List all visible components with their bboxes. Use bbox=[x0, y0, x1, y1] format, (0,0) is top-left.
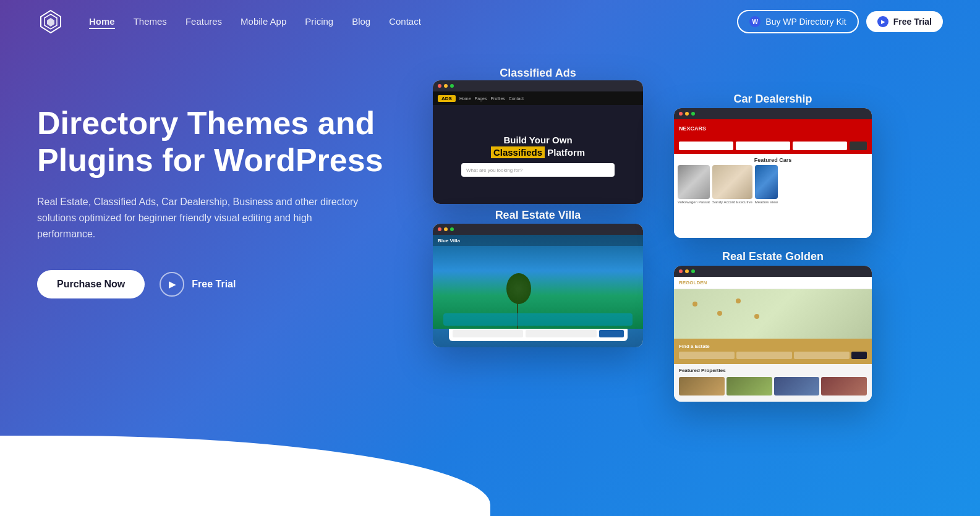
nav-item-features[interactable]: Features bbox=[185, 16, 222, 27]
car-search-input[interactable] bbox=[679, 142, 733, 150]
car-search-input-2[interactable] bbox=[736, 142, 790, 150]
nav-link-blog[interactable]: Blog bbox=[352, 16, 370, 27]
dot-green-c bbox=[691, 112, 695, 116]
wordpress-icon: W bbox=[749, 16, 761, 27]
golden-bg: REGOLDEN Find a Estate bbox=[674, 277, 872, 402]
nav-link-mobile[interactable]: Mobile App bbox=[241, 16, 286, 27]
classified-browser: ADS Home Pages Profiles Contact Build Yo… bbox=[433, 80, 643, 204]
free-trial-nav-label: Free Trial bbox=[893, 17, 932, 27]
golden-featured-title: Featured Properties bbox=[674, 364, 872, 377]
free-trial-hero-button[interactable]: ▶ Free Trial bbox=[160, 272, 236, 297]
purchase-button[interactable]: Purchase Now bbox=[37, 270, 145, 298]
nav-item-home[interactable]: Home bbox=[89, 16, 115, 27]
car-label-3: Meadow View bbox=[755, 199, 778, 205]
car-nav: NEXCARS bbox=[674, 119, 872, 138]
car-image-1: Volkswagen Passat bbox=[678, 165, 710, 205]
golden-search-title: Find a Estate bbox=[679, 344, 867, 349]
logo[interactable] bbox=[37, 8, 64, 35]
golden-input-1[interactable] bbox=[679, 352, 735, 359]
hero-section: Home Themes Features Mobile App Pricing … bbox=[0, 0, 980, 516]
car-browser: NEXCARS Featured Cars bbox=[674, 108, 872, 238]
nav-link-themes[interactable]: Themes bbox=[134, 16, 167, 27]
golden-nav: REGOLDEN bbox=[674, 277, 872, 289]
classified-title: Build Your Own Classifieds Platform bbox=[491, 134, 585, 158]
car-thumb-blue bbox=[755, 165, 778, 199]
car-search-btn[interactable] bbox=[850, 142, 867, 150]
golden-prop-4 bbox=[821, 377, 867, 395]
hero-content: Directory Themes and Plugins for WordPre… bbox=[0, 43, 980, 501]
nav-link-home[interactable]: Home bbox=[89, 16, 115, 29]
villa-search-btn[interactable] bbox=[599, 330, 624, 337]
dot-green bbox=[450, 84, 454, 88]
play-icon: ▶ bbox=[877, 16, 888, 27]
nav-item-themes[interactable]: Themes bbox=[134, 16, 167, 27]
nav-item-contact[interactable]: Contact bbox=[389, 16, 421, 27]
car-image-3: Meadow View bbox=[755, 165, 778, 205]
golden-input-3[interactable] bbox=[794, 352, 850, 359]
villa-browser: Blue Villa VILLA BLUE AND GREEN HVAR bbox=[433, 224, 643, 347]
classified-content: ADS Home Pages Profiles Contact Build Yo… bbox=[433, 91, 643, 204]
car-thumb-beige bbox=[712, 165, 752, 199]
svg-marker-2 bbox=[47, 18, 54, 27]
nav-link-pricing[interactable]: Pricing bbox=[305, 16, 333, 27]
buy-button-label: Buy WP Directory Kit bbox=[765, 17, 846, 27]
car-card[interactable]: NEXCARS Featured Cars bbox=[674, 108, 872, 238]
buy-button[interactable]: W Buy WP Directory Kit bbox=[737, 10, 858, 33]
golden-search-section: Find a Estate bbox=[674, 339, 872, 364]
nav-link-features[interactable]: Features bbox=[185, 16, 222, 27]
classified-bg: ADS Home Pages Profiles Contact Build Yo… bbox=[433, 91, 643, 204]
nav-item-pricing[interactable]: Pricing bbox=[305, 16, 333, 27]
villa-bg: Blue Villa VILLA BLUE AND GREEN HVAR bbox=[433, 235, 643, 347]
golden-content: REGOLDEN Find a Estate bbox=[674, 277, 872, 402]
car-thumb-silver bbox=[678, 165, 710, 199]
nav-right: W Buy WP Directory Kit ▶ Free Trial bbox=[737, 10, 943, 33]
dot-red-v bbox=[438, 227, 441, 231]
classified-search-placeholder: What are you looking for? bbox=[466, 167, 522, 173]
car-label: Car Dealership bbox=[674, 93, 872, 106]
villa-nav: Blue Villa bbox=[433, 235, 643, 246]
browser-bar bbox=[433, 80, 643, 91]
villa-to-date[interactable] bbox=[526, 330, 597, 337]
golden-label: Real Estate Golden bbox=[674, 250, 872, 263]
classified-nav-item-3: Profiles bbox=[490, 96, 505, 101]
nav-item-mobile[interactable]: Mobile App bbox=[241, 16, 286, 27]
dot-green-v bbox=[450, 227, 454, 231]
classified-logo: ADS bbox=[438, 95, 456, 102]
villa-logo: Blue Villa bbox=[438, 238, 460, 243]
car-search-input-3[interactable] bbox=[793, 142, 847, 150]
dot-yellow-g bbox=[685, 269, 689, 273]
dot-red-g bbox=[679, 269, 683, 273]
classified-nav-item: Home bbox=[459, 96, 471, 101]
golden-prop-1 bbox=[679, 377, 725, 395]
dot-red-c bbox=[679, 112, 683, 116]
villa-pool bbox=[443, 313, 633, 326]
car-logo: NEXCARS bbox=[679, 125, 706, 132]
car-images-row: Volkswagen Passat Sandy Accord Executive… bbox=[674, 165, 872, 205]
classified-card[interactable]: ADS Home Pages Profiles Contact Build Yo… bbox=[433, 80, 643, 204]
villa-bar bbox=[433, 224, 643, 235]
free-trial-nav-button[interactable]: ▶ Free Trial bbox=[866, 11, 943, 32]
car-image-2: Sandy Accord Executive bbox=[712, 165, 752, 205]
hero-title: Directory Themes and Plugins for WordPre… bbox=[37, 105, 396, 179]
golden-card[interactable]: REGOLDEN Find a Estate bbox=[674, 266, 872, 402]
golden-prop-3 bbox=[774, 377, 820, 395]
car-bar bbox=[674, 108, 872, 119]
hero-buttons: Purchase Now ▶ Free Trial bbox=[37, 270, 396, 298]
nav-item-blog[interactable]: Blog bbox=[352, 16, 370, 27]
hero-left: Directory Themes and Plugins for WordPre… bbox=[37, 68, 396, 501]
car-content: NEXCARS Featured Cars bbox=[674, 119, 872, 238]
villa-content: Blue Villa VILLA BLUE AND GREEN HVAR bbox=[433, 235, 643, 347]
golden-map-area bbox=[674, 289, 872, 339]
villa-from-date[interactable] bbox=[453, 330, 524, 337]
villa-card[interactable]: Blue Villa VILLA BLUE AND GREEN HVAR bbox=[433, 224, 643, 347]
nav-link-contact[interactable]: Contact bbox=[389, 16, 421, 27]
car-search-area bbox=[674, 138, 872, 154]
classified-highlight: Classifieds bbox=[491, 146, 545, 158]
dot-yellow-v bbox=[444, 227, 448, 231]
nav-left: Home Themes Features Mobile App Pricing … bbox=[37, 8, 421, 35]
classified-search[interactable]: What are you looking for? bbox=[461, 163, 615, 177]
villa-tree-top bbox=[506, 273, 531, 304]
golden-input-2[interactable] bbox=[736, 352, 792, 359]
classified-nav: ADS Home Pages Profiles Contact bbox=[433, 91, 643, 105]
golden-search-btn[interactable] bbox=[851, 352, 867, 359]
